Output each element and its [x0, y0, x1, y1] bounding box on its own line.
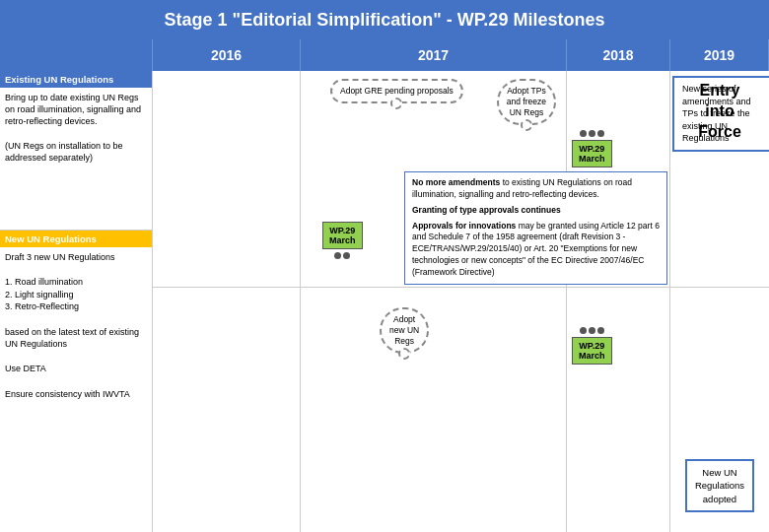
col-2016-existing	[153, 71, 301, 287]
existing-text: Bring up to date existing UN Regs on roa…	[0, 88, 152, 231]
sidebar: Existing UN Regulations Bring up to date…	[0, 71, 153, 532]
new-un-adopted-box: New UNRegulationsadopted	[685, 459, 754, 512]
year-spacer	[0, 39, 153, 71]
wp29-box-3: WP.29 March	[572, 327, 612, 365]
col-2019-new: New UNRegulationsadopted	[670, 288, 769, 532]
dots-3	[580, 327, 604, 334]
page-container: Stage 1 "Editorial Simplification" - WP.…	[0, 0, 769, 532]
year-2017: 2017	[301, 39, 567, 71]
cloud-tps: Adopt TPsand freezeUN Regs	[497, 79, 556, 125]
existing-timeline-row: Adopt GRE pending proposals WP.29 March	[153, 71, 769, 287]
dots-1	[334, 252, 350, 259]
timeline-content: Adopt GRE pending proposals WP.29 March	[153, 71, 769, 532]
year-2018: 2018	[567, 39, 670, 71]
year-2016: 2016	[153, 39, 301, 71]
sidebar-new-header: New UN Regulations Draft 3 new UN Regula…	[0, 231, 152, 404]
new-text: Draft 3 new UN Regulations 1. Road illum…	[0, 247, 152, 404]
year-2019: 2019	[670, 39, 769, 71]
col-2018-new: WP.29 March	[567, 288, 670, 532]
col-2016-new	[153, 288, 301, 532]
info-box-container: No more amendments to existing UN Regula…	[404, 171, 667, 285]
col-2017-existing: Adopt GRE pending proposals WP.29 March	[301, 71, 567, 287]
dots-2	[580, 130, 604, 137]
cloud-adopt-new: Adoptnew UNRegs	[380, 307, 429, 354]
entry-force: EntryintoForce	[670, 71, 769, 152]
existing-section: Adopt GRE pending proposals WP.29 March	[153, 71, 769, 288]
new-label: New UN Regulations	[0, 231, 152, 247]
cloud-gre: Adopt GRE pending proposals	[330, 79, 463, 103]
col-2019-existing: EntryintoForce	[670, 71, 769, 287]
new-section: Adoptnew UNRegs WP.2	[153, 288, 769, 532]
year-header-row: 2016 2017 2018 2019	[0, 39, 769, 71]
page-title: Stage 1 "Editorial Simplification" - WP.…	[0, 0, 769, 39]
col-2017-new: Adoptnew UNRegs	[301, 288, 567, 532]
existing-label: Existing UN Regulations	[0, 71, 152, 88]
sidebar-existing-header: Existing UN Regulations Bring up to date…	[0, 71, 152, 231]
wp29-box-2: WP.29 March	[572, 130, 612, 167]
wp29-box-1: WP.29 March	[322, 222, 363, 259]
content-area: Existing UN Regulations Bring up to date…	[0, 71, 769, 532]
